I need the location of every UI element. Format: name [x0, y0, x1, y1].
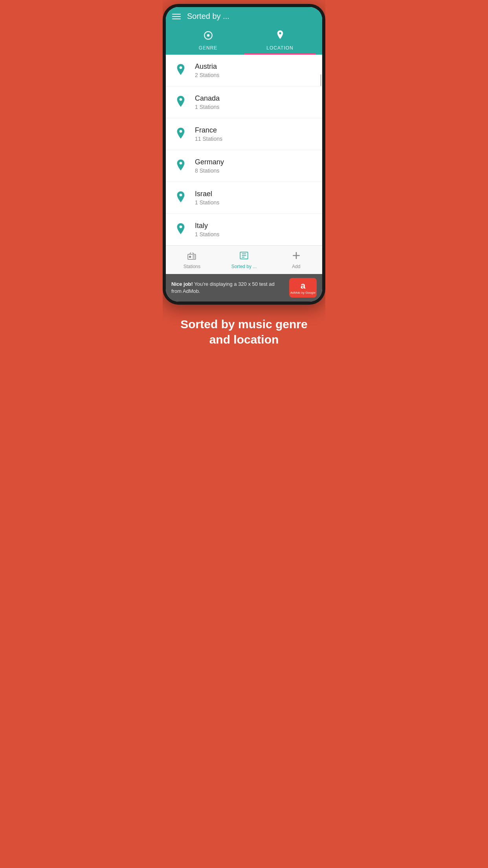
location-info: Israel 1 Stations — [195, 190, 314, 206]
pin-icon — [174, 191, 188, 205]
scrollbar[interactable] — [320, 74, 321, 86]
location-info: Italy 1 Stations — [195, 222, 314, 237]
nav-add-label: Add — [292, 264, 300, 269]
nav-item-add[interactable]: Add — [270, 246, 322, 274]
pin-icon — [174, 95, 188, 109]
nav-sorted-by-label: Sorted by ... — [231, 264, 257, 269]
ad-text: Nice job! You're displaying a 320 x 50 t… — [171, 281, 284, 295]
location-name: Israel — [195, 190, 314, 198]
header-title: Sorted by ... — [187, 12, 229, 21]
ad-banner[interactable]: Nice job! You're displaying a 320 x 50 t… — [166, 274, 322, 302]
location-stations: 2 Stations — [195, 72, 314, 78]
admob-icon: a — [301, 281, 305, 290]
tab-bar: GENRE LOCATION — [172, 26, 316, 55]
location-stations: 1 Stations — [195, 104, 314, 110]
location-name: Canada — [195, 94, 314, 103]
svg-point-3 — [189, 256, 191, 258]
bottom-tagline: Sorted by music genre and location — [163, 305, 325, 363]
location-tab-icon — [276, 30, 284, 43]
genre-tab-label: GENRE — [199, 45, 218, 51]
admob-logo: a AdMob by Google — [289, 278, 317, 298]
location-info: France 11 Stations — [195, 126, 314, 142]
location-stations: 1 Stations — [195, 199, 314, 206]
hamburger-menu-button[interactable] — [172, 14, 181, 19]
admob-text: AdMob by Google — [290, 291, 316, 294]
location-stations: 1 Stations — [195, 231, 314, 237]
location-list: Austria 2 Stations Canada 1 Stations — [166, 55, 322, 245]
location-name: Italy — [195, 222, 314, 230]
pin-icon — [174, 223, 188, 237]
tab-genre[interactable]: GENRE — [172, 26, 244, 55]
list-item[interactable]: France 11 Stations — [166, 118, 322, 150]
location-name: France — [195, 126, 314, 134]
location-name: Austria — [195, 63, 314, 71]
tab-location[interactable]: LOCATION — [244, 26, 316, 55]
nav-stations-label: Stations — [183, 264, 200, 269]
nav-item-sorted-by[interactable]: Sorted by ... — [218, 246, 270, 274]
location-info: Austria 2 Stations — [195, 63, 314, 78]
nav-item-stations[interactable]: Stations — [166, 246, 218, 274]
pin-icon — [174, 127, 188, 141]
phone-screen: Sorted by ... GENRE — [166, 7, 322, 302]
list-item[interactable]: Italy 1 Stations — [166, 214, 322, 245]
location-info: Germany 8 Stations — [195, 158, 314, 174]
location-name: Germany — [195, 158, 314, 166]
app-header: Sorted by ... GENRE — [166, 7, 322, 55]
svg-point-1 — [207, 34, 209, 37]
list-item[interactable]: Canada 1 Stations — [166, 86, 322, 118]
list-item[interactable]: Israel 1 Stations — [166, 182, 322, 214]
list-item[interactable]: Germany 8 Stations — [166, 150, 322, 182]
radio-icon — [187, 250, 197, 262]
location-stations: 8 Stations — [195, 167, 314, 174]
pin-icon — [174, 63, 188, 77]
ad-text-bold: Nice job! — [171, 281, 193, 287]
location-list-container: Austria 2 Stations Canada 1 Stations — [166, 55, 322, 245]
location-info: Canada 1 Stations — [195, 94, 314, 110]
location-stations: 11 Stations — [195, 136, 314, 142]
header-top: Sorted by ... — [172, 12, 316, 26]
list-item[interactable]: Austria 2 Stations — [166, 55, 322, 86]
list-sort-icon — [239, 250, 249, 262]
location-tab-label: LOCATION — [266, 45, 293, 51]
add-icon — [291, 250, 301, 262]
pin-icon — [174, 159, 188, 173]
genre-icon — [203, 30, 213, 43]
phone-device: Sorted by ... GENRE — [163, 4, 325, 305]
bottom-navigation: Stations Sorted by ... — [166, 245, 322, 274]
